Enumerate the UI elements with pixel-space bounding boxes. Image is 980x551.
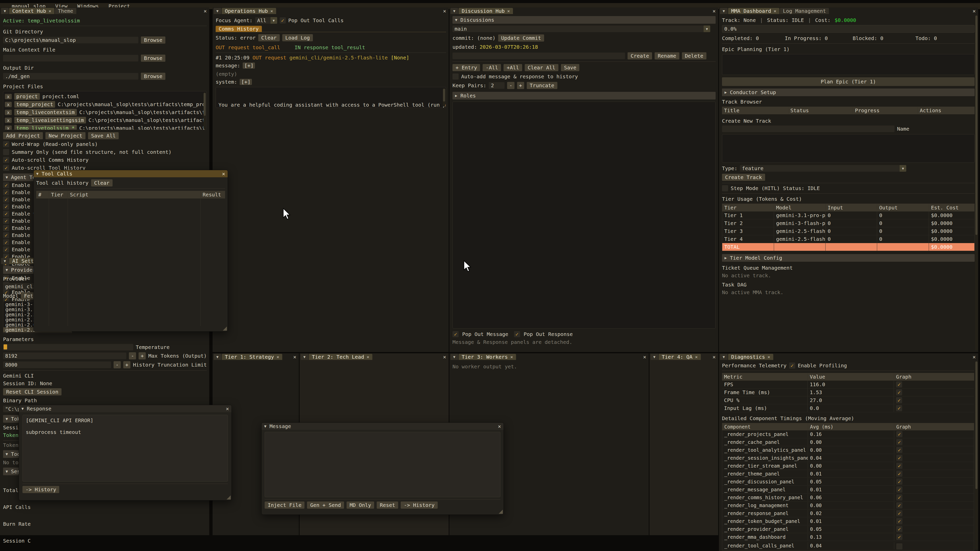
panel-close-icon[interactable]: ✕ — [443, 8, 446, 14]
file-row[interactable]: x project project.toml — [5, 93, 205, 100]
checkbox-icon[interactable] — [3, 189, 9, 195]
rename-discussion-button[interactable]: Rename — [655, 52, 679, 59]
plus-button[interactable]: + — [138, 352, 146, 359]
tab-tier4[interactable]: Tier 4: QA ✕ — [659, 354, 701, 360]
output-browse-button[interactable]: Browse — [141, 73, 165, 80]
epic-planning-textarea[interactable] — [722, 54, 975, 75]
reset-button[interactable]: Reset — [377, 502, 398, 509]
discussion-history-area[interactable] — [452, 102, 716, 329]
popout-response-checkbox[interactable] — [514, 331, 520, 337]
file-tag[interactable]: project — [14, 93, 40, 100]
response-history-button[interactable]: -> History — [22, 486, 59, 493]
add-entry-button[interactable]: + Entry — [452, 64, 480, 71]
file-tag[interactable]: temp_liveaisettingssim — [14, 117, 86, 124]
checkbox-icon[interactable] — [3, 232, 9, 238]
dock-menu-icon[interactable]: ▼ — [213, 8, 221, 14]
panel-close-icon[interactable]: ✕ — [713, 8, 716, 14]
tab-close-icon[interactable]: ✕ — [511, 354, 513, 359]
tab-close-icon[interactable]: ✕ — [508, 8, 510, 14]
autoadd-checkbox[interactable] — [452, 73, 458, 79]
panel-close-icon[interactable]: ✕ — [973, 354, 976, 360]
expand-all-button[interactable]: +All — [504, 64, 522, 71]
discussion-combo[interactable]: main ▼ — [452, 25, 710, 32]
comms-clear-button[interactable]: Clear — [258, 34, 280, 41]
tool-calls-window[interactable]: ▼ Tool Calls ✕ Tool call history Clear #… — [33, 170, 228, 332]
graph-checkbox[interactable] — [896, 463, 902, 469]
graph-checkbox[interactable] — [896, 510, 902, 516]
file-tag[interactable]: temp_livecontextsim — [14, 109, 77, 116]
main-context-browse-button[interactable]: Browse — [141, 55, 165, 62]
track-name-input[interactable] — [722, 125, 894, 132]
message-window[interactable]: ▼ Message ✕ Inject File Gen + Send MD On… — [261, 422, 504, 515]
project-files-list[interactable]: x project project.toml x temp_project C:… — [3, 91, 207, 130]
tab-log-management[interactable]: Log Management — [780, 8, 829, 14]
graph-checkbox[interactable] — [896, 439, 902, 445]
file-remove-button[interactable]: x — [5, 110, 12, 115]
tab-close-icon[interactable]: ✕ — [774, 8, 776, 14]
save-discussion-button[interactable]: Save — [561, 64, 579, 71]
popout-toolcalls-checkbox[interactable] — [280, 17, 286, 24]
checkbox-icon[interactable] — [3, 239, 9, 245]
popout-message-checkbox[interactable] — [452, 331, 458, 337]
main-context-input[interactable] — [3, 55, 138, 62]
tab-close-icon[interactable]: ✕ — [695, 354, 697, 359]
graph-checkbox[interactable] — [896, 494, 902, 500]
tab-close-icon[interactable]: ✕ — [270, 8, 273, 14]
mma-scrollbar[interactable] — [975, 15, 978, 351]
resize-grip-icon[interactable] — [499, 510, 503, 514]
graph-checkbox[interactable] — [896, 381, 902, 387]
graph-checkbox[interactable] — [896, 389, 902, 395]
system-prompt-box[interactable]: You are a helpful coding assistant with … — [216, 87, 446, 108]
file-remove-button[interactable]: x — [5, 125, 12, 130]
file-row[interactable]: x temp_project C:\projects\manual_slop\t… — [5, 101, 205, 108]
graph-checkbox[interactable] — [896, 447, 902, 453]
checkbox-icon[interactable] — [3, 218, 9, 224]
temperature-slider[interactable] — [3, 344, 133, 351]
checkbox-icon[interactable] — [3, 197, 9, 203]
slider-grab[interactable] — [3, 345, 7, 349]
enable-profiling-checkbox[interactable] — [789, 362, 795, 368]
load-log-button[interactable]: Load Log — [282, 34, 313, 41]
dock-menu-icon[interactable]: ▼ — [450, 8, 458, 14]
checkbox-icon[interactable] — [3, 141, 9, 147]
tab-close-icon[interactable]: ✕ — [767, 354, 770, 359]
graph-checkbox[interactable] — [896, 478, 902, 485]
file-remove-button[interactable]: x — [5, 102, 12, 107]
message-textarea[interactable] — [265, 432, 501, 497]
panel-close-icon[interactable]: ✕ — [443, 354, 446, 360]
plan-epic-button[interactable]: Plan Epic (Tier 1) — [722, 77, 975, 86]
response-textarea[interactable]: [GEMINI_CLI API ERROR] subprocess timeou… — [22, 415, 228, 482]
graph-checkbox[interactable] — [896, 502, 902, 508]
resize-grip-icon[interactable] — [227, 495, 231, 499]
file-remove-button[interactable]: x — [5, 94, 12, 99]
plus-button[interactable]: + — [517, 82, 524, 89]
minus-button[interactable]: - — [507, 82, 514, 89]
panel-close-icon[interactable]: ✕ — [293, 354, 296, 360]
keep-pairs-input[interactable]: 2 — [489, 82, 504, 89]
create-track-button[interactable]: Create Track — [722, 174, 765, 181]
option-row[interactable]: Word-Wrap (Read-only panels) — [3, 141, 207, 147]
dock-menu-icon[interactable]: ▼ — [301, 354, 308, 360]
resize-grip-icon[interactable] — [223, 327, 227, 330]
track-type-combo[interactable]: feature ▼ — [740, 165, 906, 171]
tab-close-icon[interactable]: ✕ — [48, 8, 51, 14]
md-only-button[interactable]: MD Only — [347, 502, 374, 509]
inject-file-button[interactable]: Inject File — [265, 502, 304, 509]
window-close-icon[interactable]: ✕ — [498, 423, 501, 429]
graph-checkbox[interactable] — [896, 526, 902, 532]
minus-button[interactable]: - — [114, 361, 121, 368]
truncate-button[interactable]: Truncate — [527, 82, 557, 89]
panel-close-icon[interactable]: ✕ — [973, 8, 976, 14]
new-project-button[interactable]: New Project — [45, 132, 85, 139]
minus-button[interactable]: - — [129, 352, 136, 359]
tab-close-icon[interactable]: ✕ — [367, 354, 369, 359]
create-discussion-button[interactable]: Create — [628, 52, 652, 59]
file-remove-button[interactable]: x — [5, 118, 12, 123]
checkbox-icon[interactable] — [3, 157, 9, 163]
graph-checkbox[interactable] — [896, 518, 902, 524]
focus-agent-combo[interactable]: All ▼ — [255, 17, 277, 24]
message-titlebar[interactable]: ▼ Message ✕ — [262, 423, 504, 430]
tier-model-config-header[interactable]: ▶ Tier Model Config — [722, 254, 975, 262]
roles-header[interactable]: ▶ Roles — [452, 92, 716, 100]
dock-menu-icon[interactable]: ▼ — [1, 258, 9, 264]
